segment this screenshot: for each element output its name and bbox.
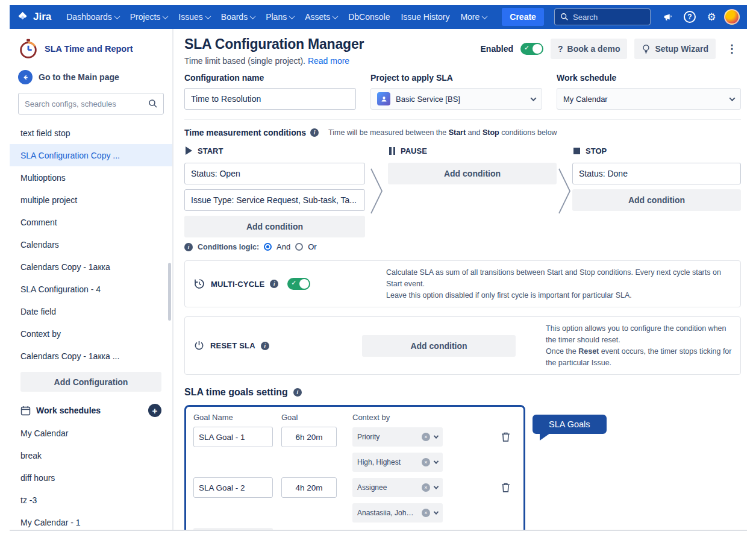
back-to-main-link[interactable]: Go to the Main page	[10, 65, 172, 92]
goal-value-input[interactable]	[281, 477, 337, 498]
nav-plans[interactable]: Plans	[266, 12, 294, 22]
start-add-condition-button[interactable]: Add condition	[184, 216, 365, 237]
reset-add-condition-button[interactable]: Add condition	[362, 335, 516, 357]
chevron-down-icon	[434, 434, 439, 439]
clear-icon[interactable]: ×	[422, 458, 430, 466]
start-condition[interactable]: Status: Open	[184, 163, 365, 184]
nav-issue-history[interactable]: Issue History	[401, 12, 449, 22]
sidebar-config-item[interactable]: Multioptions	[10, 166, 172, 189]
context-values-select[interactable]: High, Highest ×	[352, 453, 443, 472]
context-by-select[interactable]: Assignee ×	[352, 478, 443, 497]
config-search-input[interactable]	[18, 93, 164, 115]
sla-clock-icon	[17, 37, 40, 60]
sidebar-config-item[interactable]: Calendars Copy - 1акка	[10, 256, 172, 278]
sidebar-config-item[interactable]: text field stop	[10, 122, 172, 144]
chevron-down-icon	[434, 485, 439, 489]
clear-icon[interactable]: ×	[422, 433, 430, 441]
chevron-down-icon	[531, 95, 537, 101]
page-title: SLA Configuration Manager	[184, 36, 364, 52]
announcements-button[interactable]	[659, 8, 677, 26]
create-button[interactable]: Create	[502, 8, 544, 26]
stop-add-condition-button[interactable]: Add condition	[572, 189, 741, 211]
logic-or-radio[interactable]	[295, 243, 303, 251]
nav-search-input[interactable]	[573, 13, 639, 22]
project-select[interactable]: Basic Service [BS]	[370, 88, 542, 110]
nav-more[interactable]: More	[460, 12, 487, 22]
divider	[184, 119, 741, 120]
multi-cycle-toggle[interactable]: ✓	[287, 278, 310, 290]
column-separator-chevron	[365, 146, 388, 251]
clear-icon[interactable]: ×	[422, 483, 430, 492]
delete-goal-button[interactable]	[495, 432, 516, 442]
header-controls: Enabled ✓ ?Book a demo Setup Wizard ⋮	[481, 36, 741, 59]
user-avatar[interactable]	[724, 9, 740, 25]
search-icon	[560, 13, 569, 21]
project-field: Project to apply SLA Basic Service [BS]	[370, 73, 542, 110]
nav-boards[interactable]: Boards	[221, 12, 255, 22]
jira-home-link[interactable]: Jira	[17, 11, 51, 23]
nav-projects[interactable]: Projects	[130, 12, 168, 22]
info-icon[interactable]: i	[261, 342, 269, 350]
chevron-down-icon	[729, 95, 736, 101]
sidebar-config-item-selected[interactable]: SLA Configuration Copy ...	[10, 144, 172, 166]
start-condition[interactable]: Issue Type: Service Request, Sub-task, T…	[184, 189, 365, 211]
sidebar-schedule-item[interactable]: My Calendar - 1	[10, 511, 172, 533]
nav-dashboards[interactable]: Dashboards	[66, 12, 119, 22]
megaphone-icon	[663, 11, 673, 22]
jira-logo-icon	[17, 11, 29, 23]
sidebar-schedule-item[interactable]: break	[10, 444, 172, 466]
brand-name: Jira	[33, 11, 51, 23]
sidebar-config-item[interactable]: Date field	[10, 300, 172, 322]
add-configuration-button[interactable]: Add Configuration	[20, 372, 161, 392]
sidebar-config-item[interactable]: multiple project	[10, 189, 172, 211]
nav-issues[interactable]: Issues	[178, 12, 210, 22]
goal-name-input[interactable]	[193, 427, 273, 447]
nav-icon-group: ? ⚙	[659, 8, 740, 26]
add-schedule-button[interactable]: +	[148, 404, 161, 417]
configuration-name-input[interactable]	[184, 88, 356, 110]
settings-button[interactable]: ⚙	[702, 8, 720, 26]
goal-value-input[interactable]	[281, 427, 337, 447]
sidebar-config-item[interactable]: Context by	[10, 322, 172, 345]
configuration-name-label: Configuration name	[184, 73, 356, 83]
enabled-toggle[interactable]: ✓	[520, 43, 543, 55]
nav-dbconsole[interactable]: DbConsole	[348, 12, 390, 22]
start-column: START Status: Open Issue Type: Service R…	[184, 146, 365, 251]
stop-condition[interactable]: Status: Done	[572, 163, 741, 184]
help-button[interactable]: ?	[681, 8, 699, 26]
info-icon[interactable]: i	[293, 388, 302, 397]
nav-assets[interactable]: Assets	[305, 12, 337, 22]
info-icon[interactable]: i	[270, 280, 278, 288]
sla-goals-table: Goal Name Goal Context by Priority ×	[184, 405, 525, 530]
page-subtitle: Time limit based (single project). Read …	[184, 56, 364, 66]
goal-name-input[interactable]	[193, 477, 273, 498]
main-content: SLA Configuration Manager Time limit bas…	[173, 29, 747, 530]
more-options-button[interactable]: ⋮	[723, 39, 741, 59]
pause-add-condition-button[interactable]: Add condition	[388, 163, 557, 184]
read-more-link[interactable]: Read more	[308, 56, 349, 66]
sidebar-schedule-item[interactable]: diff hours	[10, 466, 172, 489]
delete-goal-button[interactable]	[495, 482, 516, 493]
clear-icon[interactable]: ×	[422, 509, 430, 517]
goals-column-headers: Goal Name Goal Context by	[193, 413, 516, 422]
check-icon: ✓	[524, 44, 530, 52]
add-goal-button[interactable]: Add goal	[193, 528, 273, 530]
sidebar-config-item[interactable]: Comment	[10, 211, 172, 233]
info-icon[interactable]: i	[184, 243, 193, 251]
sidebar-scrollbar[interactable]	[168, 263, 171, 321]
context-by-select[interactable]: Priority ×	[352, 427, 443, 447]
sidebar-config-item[interactable]: Calendars	[10, 233, 172, 256]
work-schedule-select[interactable]: My Calendar	[557, 88, 741, 110]
chevron-down-icon	[114, 13, 120, 19]
sidebar-schedule-item[interactable]: tz -3	[10, 489, 172, 511]
sidebar-schedule-item[interactable]: My Calendar	[10, 422, 172, 444]
context-values-select[interactable]: Anastasiia, John Smit... ×	[352, 503, 443, 523]
stop-icon	[573, 148, 580, 154]
nav-search[interactable]	[554, 8, 651, 25]
info-icon[interactable]: i	[310, 128, 319, 137]
logic-and-radio[interactable]	[264, 243, 272, 251]
book-demo-button[interactable]: ?Book a demo	[551, 39, 627, 59]
setup-wizard-button[interactable]: Setup Wizard	[634, 39, 716, 59]
sidebar-config-item[interactable]: SLA Configuration - 4	[10, 278, 172, 300]
sidebar-config-item[interactable]: Calendars Copy - 1акка ...	[10, 345, 172, 367]
